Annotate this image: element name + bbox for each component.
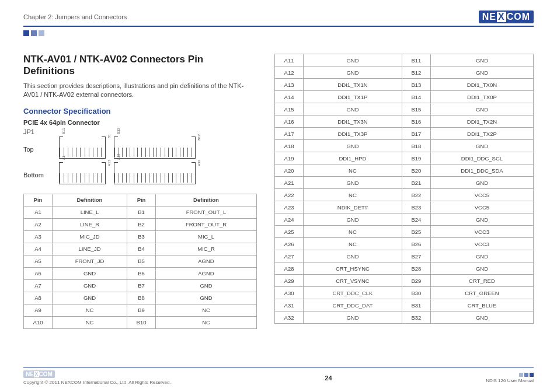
page-number: 24 bbox=[325, 374, 332, 382]
table-row: A32GND B32GND bbox=[275, 312, 534, 324]
table-row: A21GND B21GND bbox=[275, 177, 534, 189]
table-row: A30CRT_DDC_CLK B30CRT_GREEN bbox=[275, 287, 534, 299]
table-row: A26NC B26VCC3 bbox=[275, 238, 534, 250]
table-row: A27GND B27GND bbox=[275, 250, 534, 262]
copyright-text: Copyright © 2011 NEXCOM International Co… bbox=[23, 380, 171, 385]
connector-id: JP1 bbox=[23, 128, 257, 135]
main-content: NTK-AV01 / NTK-AV02 Connectors Pin Defin… bbox=[23, 54, 534, 329]
connector-block-bottom-left: A1 A11 bbox=[59, 166, 106, 184]
chapter-label: Chapter 2: Jumpers and Connectors bbox=[23, 13, 127, 20]
table-row: A15GND B15GND bbox=[275, 103, 534, 116]
th-def: Definition bbox=[156, 194, 257, 206]
table-row: A19DDI1_HPD B19DDI1_DDC_SCL bbox=[275, 152, 534, 164]
table-row: A28CRT_HSYNC B28GND bbox=[275, 262, 534, 275]
section-heading: Connector Specification bbox=[23, 107, 257, 116]
bottom-label: Bottom bbox=[23, 172, 50, 178]
connector-diagram: Top B11 B1 B32 B12 Bottom bbox=[23, 140, 257, 184]
footer-squares bbox=[486, 373, 534, 377]
table-row: A20NC B20DDI1_DDC_SDA bbox=[275, 164, 534, 177]
footer: NEXCOM Copyright © 2011 NEXCOM Internati… bbox=[23, 368, 534, 385]
table-row: A13DDI1_TX1N B13DDI1_TX0N bbox=[275, 79, 534, 91]
th-pin: Pin bbox=[24, 194, 53, 206]
table-row: A10NC B10NC bbox=[24, 316, 257, 328]
right-column: A11GND B11GND A12GND B12GND A13DDI1_TX1N… bbox=[274, 54, 534, 329]
table-row: A18GND B18GND bbox=[275, 140, 534, 152]
table-row: A23NDIK_DET# B23VCC5 bbox=[275, 201, 534, 214]
connector-block-top-left: B11 B1 bbox=[59, 140, 106, 159]
th-pin: Pin bbox=[127, 194, 156, 206]
table-row: A17DDI1_TX3P B17DDI1_TX2P bbox=[275, 128, 534, 140]
table-row: A6GND B6AGND bbox=[24, 267, 257, 279]
connector-bottom-row: Bottom A1 A11 A12 A32 bbox=[23, 166, 257, 184]
header-bar: Chapter 2: Jumpers and Connectors NEXCOM bbox=[23, 0, 534, 27]
table-row: A25NC B25VCC3 bbox=[275, 226, 534, 238]
table-row: A5FRONT_JD B5AGND bbox=[24, 255, 257, 267]
decor-squares bbox=[23, 30, 534, 36]
table-row: A8GND B8GND bbox=[24, 292, 257, 304]
pin-table-right: A11GND B11GND A12GND B12GND A13DDI1_TX1N… bbox=[274, 54, 534, 324]
footer-right: NDiS 126 User Manual bbox=[486, 373, 534, 383]
table-row: A22NC B22VCC5 bbox=[275, 189, 534, 201]
table-row: A24GND B24GND bbox=[275, 214, 534, 226]
table-row: A12GND B12GND bbox=[275, 66, 534, 79]
table-row: A29CRT_VSYNC B29CRT_RED bbox=[275, 275, 534, 287]
table-row: A14DDI1_TX1P B14DDI1_TX0P bbox=[275, 91, 534, 103]
pin-table-left: Pin Definition Pin Definition A1LINE_L B… bbox=[23, 194, 257, 329]
top-label: Top bbox=[23, 146, 50, 153]
table-row: A4LINE_JD B4MIC_R bbox=[24, 243, 257, 255]
connector-block-top-right: B32 B12 bbox=[114, 140, 196, 159]
th-def: Definition bbox=[53, 194, 127, 206]
table-row: A1LINE_L B1FRONT_OUT_L bbox=[24, 206, 257, 218]
manual-name: NDiS 126 User Manual bbox=[486, 378, 534, 383]
footer-left: NEXCOM Copyright © 2011 NEXCOM Internati… bbox=[23, 370, 171, 385]
brand-logo: NEXCOM bbox=[479, 10, 534, 23]
sub-heading: PCIE 4x 64pin Connector bbox=[23, 119, 257, 126]
table-row: A16DDI1_TX3N B16DDI1_TX2N bbox=[275, 116, 534, 128]
connector-block-bottom-right: A12 A32 bbox=[114, 166, 196, 184]
page-title: NTK-AV01 / NTK-AV02 Connectors Pin Defin… bbox=[23, 54, 257, 77]
connector-top-row: Top B11 B1 B32 B12 bbox=[23, 140, 257, 159]
left-column: NTK-AV01 / NTK-AV02 Connectors Pin Defin… bbox=[23, 54, 257, 329]
table-row: A9NC B9NC bbox=[24, 304, 257, 316]
table-row: A7GND B7GND bbox=[24, 279, 257, 292]
footer-logo: NEXCOM bbox=[23, 370, 55, 378]
table-row: A3MIC_JD B3MIC_L bbox=[24, 230, 257, 243]
intro-text: This section provides descriptions, illu… bbox=[23, 82, 257, 100]
table-row: A11GND B11GND bbox=[275, 54, 534, 66]
table-row: A31CRT_DDC_DAT B31CRT_BLUE bbox=[275, 299, 534, 312]
table-row: A2LINE_R B2FRONT_OUT_R bbox=[24, 218, 257, 230]
